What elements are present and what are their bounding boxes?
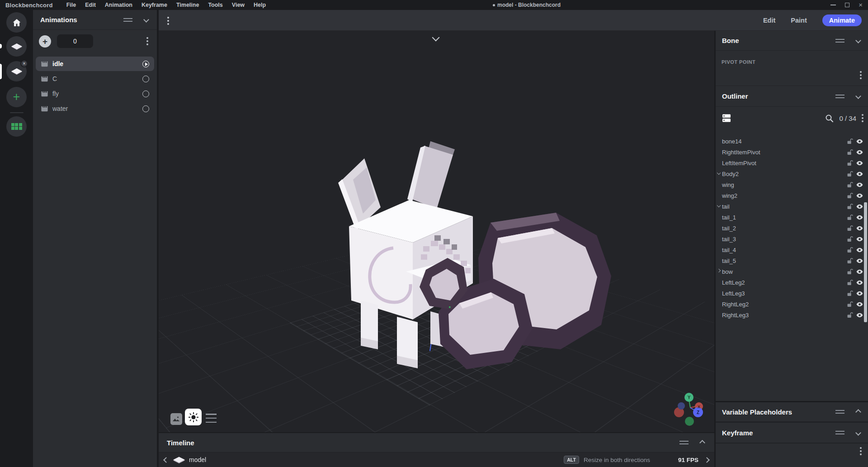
lock-open-icon[interactable] [846,236,854,243]
eye-icon[interactable] [856,312,863,319]
lock-open-icon[interactable] [846,203,854,210]
lock-open-icon[interactable] [846,160,854,167]
animation-item-fly[interactable]: fly [36,86,154,101]
search-icon[interactable] [825,114,834,123]
outliner-item-LeftItemPivot[interactable]: LeftItemPivot [716,157,868,168]
background-image-button[interactable] [170,413,182,425]
play-toggle-icon[interactable] [142,61,149,67]
minimize-icon[interactable] [830,5,836,5]
animation-item-idle[interactable]: idle [36,57,154,71]
menu-view[interactable]: View [227,1,249,9]
outliner-item-tail_2[interactable]: tail_2 [716,223,868,234]
drag-handle-icon[interactable] [123,18,132,22]
menu-help[interactable]: Help [249,1,270,9]
eye-icon[interactable] [856,181,863,188]
eye-icon[interactable] [856,138,863,145]
chevron-right-icon[interactable] [704,457,710,463]
eye-icon[interactable] [856,171,863,177]
menu-keyframe[interactable]: Keyframe [137,1,172,9]
plugins-grid-button[interactable] [6,116,27,137]
hierarchy-view-icon[interactable] [722,114,731,123]
eye-icon[interactable] [856,214,863,221]
collapse-chevron-down-icon[interactable] [855,38,861,43]
eye-icon[interactable] [856,149,863,156]
kebab-menu-icon[interactable] [862,114,863,116]
animation-item-C[interactable]: C [36,71,154,86]
outliner-item-RightLeg2[interactable]: RightLeg2 [716,299,868,310]
outliner-item-bone14[interactable]: bone14 [716,136,868,147]
timeline-model-item[interactable]: model [189,456,206,463]
gizmo-neg-z-ball[interactable] [678,402,685,410]
collapse-chevron-down-icon[interactable] [855,430,861,436]
menu-animation[interactable]: Animation [100,1,137,9]
new-project-button[interactable]: + [6,87,27,107]
menu-timeline[interactable]: Timeline [172,1,203,9]
home-button[interactable] [6,12,27,33]
menu-file[interactable]: File [62,1,81,9]
eye-icon[interactable] [856,203,863,210]
tab-paint[interactable]: Paint [791,17,807,24]
lighting-toggle-button[interactable] [185,409,202,425]
close-icon[interactable]: × [859,3,863,7]
collapse-chevron-up-icon[interactable] [855,409,861,415]
eye-icon[interactable] [856,247,863,253]
lock-open-icon[interactable] [846,279,854,286]
lock-open-icon[interactable] [846,171,854,177]
maximize-icon[interactable] [845,3,849,7]
collapse-chevron-up-icon[interactable] [699,440,705,446]
view-orientation-gizmo[interactable]: Y X Z [665,379,714,429]
kebab-menu-icon[interactable] [146,37,148,39]
lock-open-icon[interactable] [846,290,854,297]
outliner-item-bow[interactable]: bow [716,266,868,277]
tab-edit[interactable]: Edit [763,17,775,24]
viewport-canvas[interactable]: Y X Z [159,31,714,432]
animation-counter-input[interactable]: 0 [57,34,93,48]
lock-open-icon[interactable] [846,301,854,308]
eye-icon[interactable] [856,236,863,243]
lock-open-icon[interactable] [846,181,854,188]
lock-open-icon[interactable] [846,149,854,156]
lock-open-icon[interactable] [846,257,854,264]
lock-open-icon[interactable] [846,312,854,319]
outliner-item-tail_3[interactable]: tail_3 [716,234,868,244]
voxel-model[interactable] [285,128,629,381]
outliner-item-wing2[interactable]: wing2 [716,190,868,201]
eye-icon[interactable] [856,257,863,264]
eye-icon[interactable] [856,268,863,275]
viewport-collapse-chevron-icon[interactable] [432,34,440,42]
gizmo-neg-y-ball[interactable] [685,417,694,426]
lock-open-icon[interactable] [846,192,854,199]
lock-open-icon[interactable] [846,247,854,253]
outliner-scrollbar[interactable] [864,202,867,322]
outliner-item-LeftLeg3[interactable]: LeftLeg3 [716,288,868,299]
eye-icon[interactable] [856,301,863,308]
outliner-item-Body2[interactable]: Body2 [716,168,868,179]
lock-open-icon[interactable] [846,225,854,232]
lock-open-icon[interactable] [846,214,854,221]
lock-open-icon[interactable] [846,138,854,145]
outliner-item-tail_1[interactable]: tail_1 [716,212,868,223]
kebab-menu-icon[interactable] [860,71,862,73]
model-tab-button[interactable] [6,36,27,57]
animation-item-water[interactable]: water [36,101,154,116]
eye-icon[interactable] [856,192,863,199]
kebab-menu-icon[interactable] [860,447,862,449]
drag-handle-icon[interactable] [835,95,844,98]
add-animation-button[interactable]: + [39,35,51,48]
play-toggle-icon[interactable] [142,91,149,97]
eye-icon[interactable] [856,290,863,297]
collapse-chevron-down-icon[interactable] [143,17,149,23]
drag-handle-icon[interactable] [679,441,689,444]
chevron-left-icon[interactable] [163,457,169,463]
outliner-item-RightItemPivot[interactable]: RightItemPivot [716,147,868,157]
eye-icon[interactable] [856,279,863,286]
play-toggle-icon[interactable] [142,76,149,82]
tab-animate[interactable]: Animate [822,14,862,26]
outliner-item-tail_5[interactable]: tail_5 [716,255,868,266]
drag-handle-icon[interactable] [835,39,844,43]
outliner-item-RightLeg3[interactable]: RightLeg3 [716,310,868,320]
model-tab-active-button[interactable]: × [6,61,27,81]
drag-handle-icon[interactable] [835,431,844,434]
outliner-item-tail[interactable]: tail [716,201,868,212]
collapse-chevron-down-icon[interactable] [855,93,861,99]
